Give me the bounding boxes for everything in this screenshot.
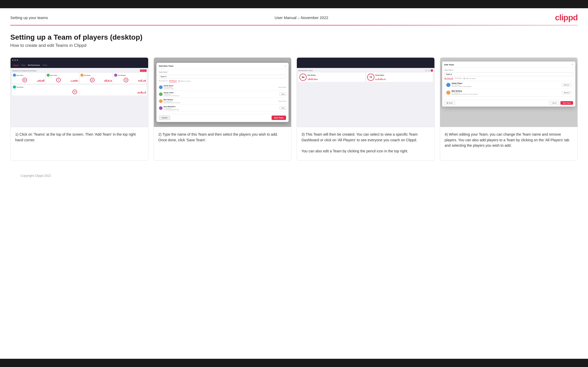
ss1-bars-5 [137,90,146,93]
ss1-toolbar: Showing 5 out of 8 players from All Play… [12,69,147,72]
ss1-score-2: 0 [56,78,61,82]
add-team-modal: Add New Team × Team Name * My Team (2) A… [156,63,289,122]
ss1-content: Showing 5 out of 8 players from All Play… [11,68,148,127]
modal-player-item-1: Adrian Player Plus HandicapThe Shire Lon… [159,84,286,91]
ss1-player-2: Adrian Collins 0 [46,73,79,84]
ss1-nav-teams: My Performance [28,64,40,66]
modal-cancel-button[interactable]: Cancel [159,116,170,120]
modal-player-info-4: Dave Billingham 3.5 HandicapThe Stag May… [159,106,179,110]
card-2-text: 2) Type the name of this Team and then s… [154,127,291,160]
edit-player-info-2: Blair McHarg Plus HandicapRoyal North De… [446,90,478,95]
modal-pclub-3: Plus HandicapRoyal North Devon Golf Club [164,100,180,103]
ss1-bar [38,80,39,82]
ss1-dot2 [14,59,16,61]
modal-pclub-1: Plus HandicapThe Shire London [164,86,174,90]
edit-filter[interactable]: Filter by name [464,77,475,80]
ss1-avatar-5 [13,85,16,89]
modal-close-icon[interactable]: × [285,65,286,67]
ss1-bar [141,91,142,93]
ss1-bar [37,81,38,82]
ss3-players-grid: 94 Blair McHarg [298,73,433,82]
modal-footer: Cancel Save Team [156,114,289,122]
modal-team-name-input[interactable] [159,75,286,78]
ss3-pname-1: Blair McHarg [308,74,364,76]
ss3-toolbar-actions [425,69,433,72]
modal-add-btn-2[interactable]: Add [280,93,286,96]
ss1-bars-4 [138,78,146,82]
ss1-bar [108,80,109,82]
filter-checkbox[interactable] [178,80,180,82]
ss1-bar [107,81,108,82]
edit-player-item-2: Blair McHarg Plus HandicapRoyal North De… [445,89,573,96]
ss3-bar [382,79,383,80]
screenshot-3: My Performance / Teams 94 B [297,58,434,127]
ss3-nav [297,62,434,68]
edit-remove-btn-1[interactable]: Remove [562,83,571,86]
ss1-bar [73,80,74,82]
ss3-player-2: 72 Richard Butler [366,73,433,82]
ss1-bar [74,80,75,82]
edit-team-name-label: Team Name * [444,69,573,71]
card-2-description: 2) Type the name of this Team and then s… [158,132,278,142]
modal-add-btn-4[interactable]: Add [280,107,286,110]
ss1-nav-item2: Teams [43,64,47,66]
edit-delete-button[interactable]: 🗑 Delete [444,101,455,105]
ss3-bar [308,79,309,80]
edit-save-button[interactable]: Save Team [560,101,573,105]
ss1-bar [111,80,112,82]
modal-save-button[interactable]: Save Team [272,116,286,120]
card-1-text: 1) Click on 'Teams' at the top of the sc… [11,127,148,160]
modal-pclub-2: 1 HandicapCentral London Golf Centre [164,93,179,97]
ss3-bar [381,78,382,80]
ss1-bar [144,80,145,82]
card-3-text: 3) This Team will then be created. You c… [297,127,434,160]
modal-tab-allplayers[interactable]: All Players [169,80,177,82]
edit-remove-btn-2[interactable]: Remove [562,91,571,94]
ss1-player-5: Richard Butler 72 [12,85,147,95]
ss3-score-2: 72 [367,74,374,81]
ss1-bar [104,80,105,82]
ss3-bar [312,78,313,80]
modal-body: Team Name * My Team (2) All Players Filt… [156,69,289,114]
ss1-player-3: Blair McHarg 94 [80,73,113,84]
modal-team-name-label: Team Name * [159,71,286,73]
ss1-player-4: Dave Billingham 78 [113,73,146,84]
ss3-topbar [297,58,434,62]
ss1-pname-3: Blair McHarg [84,75,90,76]
ss1-bar [110,81,111,82]
ss1-nav: clippd Home My Performance Teams [11,62,148,68]
modal-tab-myteam[interactable]: My Team (2) [159,80,167,82]
header-manual: User Manual – November 2022 [275,15,328,20]
modal-badge-1: Player Added [278,86,286,88]
ss3-toolbar-text: My Performance / Teams [298,70,313,71]
modal-player-list: Adrian Player Plus HandicapThe Shire Lon… [159,84,286,112]
ss1-bar [43,80,44,82]
edit-modal-footer: 🗑 Delete Cancel Save Team [442,100,576,107]
edit-tab-myteam[interactable]: My Team (2) [444,77,453,80]
ss3-bar [384,78,385,80]
ss1-bar [142,81,143,82]
card-3-description: 3) This Team will then be created. You c… [301,132,418,153]
ss3-bar [310,79,311,80]
edit-tab-allplayers[interactable]: All Players [455,77,462,80]
screenshot-1: clippd Home My Performance Teams Showing… [11,58,148,127]
edit-filter-checkbox[interactable] [464,78,465,79]
trash-icon: 🗑 [447,102,448,104]
ss3-bar [379,79,380,80]
ss3-pname-2: Richard Butler [375,74,432,76]
ss1-topbar [11,58,148,62]
ss1-bar [145,80,146,82]
bottom-bar [0,359,588,367]
ss3-bar [378,78,379,80]
edit-team-name-input[interactable] [444,72,573,76]
edit-modal-close-icon[interactable]: × [572,63,573,66]
ss1-bar [39,80,40,82]
modal-filter[interactable]: Filter by name [178,80,190,82]
ss3-bar [317,79,318,80]
ss1-bar [138,92,139,93]
ss3-bar [377,79,378,80]
ss1-bar [71,81,72,82]
ss1-logo: clippd [13,64,19,66]
edit-cancel-button[interactable]: Cancel [549,101,559,105]
edit-avatar-2 [446,91,450,95]
